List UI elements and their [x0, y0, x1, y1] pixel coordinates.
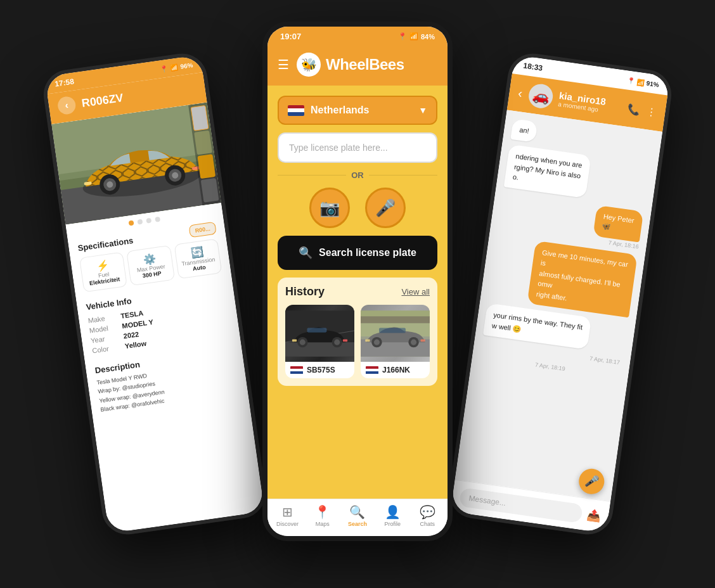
history-car-2-image: [361, 305, 430, 362]
plate-input-wrapper[interactable]: Type license plate here...: [278, 132, 437, 163]
brand-logo: 🐝 WheelBees: [297, 53, 404, 77]
right-signal-icon: 📶: [636, 78, 645, 86]
chat-body: an! ndering when you arerging? My Niro i…: [455, 110, 663, 501]
svg-rect-17: [307, 328, 327, 332]
country-select[interactable]: Netherlands ▼: [278, 96, 437, 125]
nav-search[interactable]: 🔍 Search: [343, 504, 372, 527]
center-signal-icon: 📶: [409, 32, 418, 41]
history-car-1-label: SB575S: [285, 362, 354, 378]
svg-point-19: [300, 339, 306, 345]
right-back-button[interactable]: ‹: [517, 86, 524, 101]
car1-svg: [285, 310, 354, 357]
center-location-icon: 📍: [398, 32, 407, 41]
dot-3: [146, 218, 151, 224]
color-value: Yellow: [124, 340, 147, 350]
chevron-down-icon: ▼: [418, 105, 427, 115]
send-icon[interactable]: 📤: [586, 508, 602, 523]
spec-fuel-card: ⚡ Fuel Elektriciteit: [79, 252, 127, 292]
netherlands-flag: [288, 105, 304, 116]
car2-svg: [361, 310, 430, 357]
phone-right: 18:33 📍 📶 91% ‹ 🚗 kia_niro18 a moment ag…: [446, 51, 674, 538]
nav-profile[interactable]: 👤 Profile: [378, 504, 407, 527]
center-body: Netherlands ▼ Type license plate here...…: [267, 86, 448, 499]
msg-sent-2: Give me 10 minutes, my car isalmost full…: [516, 239, 638, 318]
left-wifi-icon: 📶: [170, 63, 178, 72]
svg-rect-23: [343, 339, 347, 342]
svg-rect-27: [361, 316, 430, 323]
history-car-1[interactable]: SB575S: [285, 305, 354, 378]
or-text: OR: [351, 170, 364, 180]
icon-buttons-row: 📷 🎤: [278, 188, 437, 228]
left-back-button[interactable]: ‹: [56, 96, 77, 116]
msg-2: ndering when you arerging? My Niro is al…: [504, 144, 591, 198]
chats-icon: 💬: [420, 504, 435, 520]
svg-point-32: [411, 339, 416, 345]
plate-input-placeholder: Type license plate here...: [289, 143, 388, 153]
svg-rect-28: [379, 328, 406, 333]
brand-icon: 🐝: [297, 53, 321, 77]
dot-1: [129, 220, 134, 226]
history-section: History View all: [278, 278, 437, 386]
phone-call-icon[interactable]: 📞: [627, 102, 641, 116]
svg-point-30: [374, 339, 380, 345]
report-badge: R00...: [188, 222, 216, 238]
hamburger-icon[interactable]: ☰: [278, 57, 289, 72]
more-options-icon[interactable]: ⋮: [645, 105, 657, 118]
right-user-info: kia_niro18 a moment ago: [558, 90, 622, 117]
left-battery: 96%: [180, 61, 193, 70]
svg-rect-33: [365, 339, 370, 342]
car-image-area: [51, 103, 221, 225]
dot-2: [137, 219, 143, 225]
year-value: 2022: [123, 330, 139, 340]
right-location-icon: 📍: [627, 77, 635, 85]
car1-plate: SB575S: [307, 366, 335, 374]
or-divider: OR: [278, 170, 437, 180]
history-car-2[interactable]: J166NK: [361, 305, 430, 378]
nav-discover[interactable]: ⊞ Discover: [273, 504, 302, 527]
center-header: ☰ 🐝 WheelBees: [267, 46, 448, 86]
phone-left: 17:58 📍 📶 96% ‹ R006ZV: [41, 51, 269, 538]
msg-sent-1: Hey Peter 🦋 7 Apr, 18:16: [582, 203, 644, 250]
maps-label: Maps: [316, 521, 330, 527]
left-time: 17:58: [54, 77, 74, 89]
profile-label: Profile: [384, 521, 401, 527]
spec-power-card: ⚙️ Max Power 300 HP: [127, 245, 175, 286]
history-cars-row: SB575S: [285, 305, 430, 378]
svg-rect-15: [285, 342, 354, 357]
profile-icon: 👤: [385, 504, 401, 520]
search-nav-icon: 🔍: [349, 504, 365, 520]
center-battery: 84%: [421, 33, 435, 41]
search-license-button[interactable]: 🔍 Search license plate: [278, 236, 437, 270]
right-avatar: 🚗: [527, 82, 554, 110]
svg-point-21: [334, 339, 340, 345]
phone-center: 19:07 📍 📶 84% ☰ 🐝 WheelBees: [262, 22, 453, 541]
center-status-bar: 19:07 📍 📶 84%: [267, 27, 448, 46]
phones-container: 17:58 📍 📶 96% ‹ R006ZV: [72, 22, 643, 566]
maps-icon: 📍: [314, 504, 330, 520]
right-battery: 91%: [646, 79, 659, 88]
chats-label: Chats: [420, 521, 435, 527]
description-section: Description Tesla Model Y RWD Wrap by: @…: [85, 340, 265, 534]
bottom-nav: ⊞ Discover 📍 Maps 🔍 Search 👤 Profile 💬: [267, 499, 448, 536]
search-icon: 🔍: [299, 246, 312, 260]
discover-label: Discover: [276, 521, 299, 527]
view-all-link[interactable]: View all: [401, 287, 430, 297]
history-title: History: [285, 285, 325, 298]
nav-chats[interactable]: 💬 Chats: [413, 504, 442, 527]
left-plate-title: R006ZV: [81, 91, 124, 110]
svg-rect-34: [420, 339, 425, 342]
search-button-label: Search license plate: [319, 247, 416, 259]
country-name: Netherlands: [311, 105, 412, 116]
center-time: 19:07: [280, 32, 301, 41]
voice-button[interactable]: 🎤: [365, 188, 406, 228]
history-car-2-label: J166NK: [361, 362, 430, 378]
svg-rect-22: [292, 339, 297, 342]
car2-plate: J166NK: [382, 366, 410, 374]
brand-name: WheelBees: [326, 56, 404, 74]
camera-button[interactable]: 📷: [309, 188, 350, 228]
right-time: 18:33: [523, 61, 543, 72]
search-nav-label: Search: [348, 521, 367, 527]
dot-4: [155, 217, 160, 222]
spec-trans-card: 🔄 Transmission Auto: [174, 238, 222, 279]
nav-maps[interactable]: 📍 Maps: [308, 504, 337, 527]
